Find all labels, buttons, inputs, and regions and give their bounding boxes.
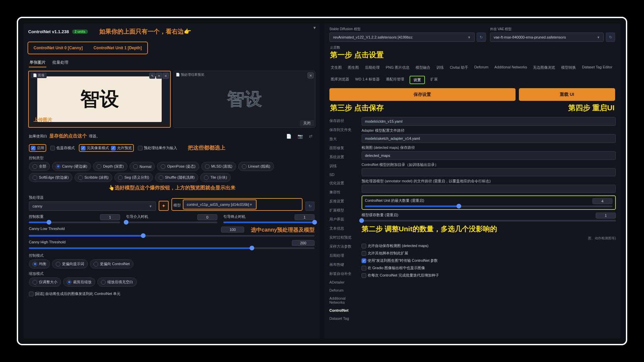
resize-mode-2[interactable]: 缩放后填充空白 — [97, 278, 137, 287]
cfg-cldm-input[interactable]: models\cldm_v15.yaml — [362, 117, 616, 126]
sidebar-18[interactable]: ADetailer — [329, 279, 358, 286]
preview-close-icon[interactable]: ✕ — [308, 72, 314, 78]
nav-extensions[interactable]: 扩展 — [430, 76, 438, 84]
nav-12[interactable]: 图库浏览器 — [330, 76, 350, 84]
cfg-annot-input[interactable] — [362, 185, 616, 193]
sidebar-4[interactable]: 系统设置 — [329, 153, 358, 161]
preprocessor-select[interactable]: canny▼ — [29, 201, 156, 211]
sidebar-12[interactable]: 文本信息 — [329, 225, 358, 232]
reload-ui-button[interactable]: 重载 UI — [519, 88, 615, 101]
control-type-7[interactable]: SoftEdge (软边缘) — [29, 173, 72, 182]
refresh-model-button[interactable]: ↻ — [305, 201, 315, 211]
slider-high-threshold[interactable] — [29, 247, 315, 249]
ctrl-mode-2[interactable]: 更偏向 ControlNet — [90, 259, 133, 268]
cfg-check-0[interactable]: 允许自动保存检测图 (detected maps) — [362, 243, 616, 248]
nav-settings[interactable]: 设置 — [410, 76, 425, 84]
sidebar-15[interactable]: 后期处理 — [329, 252, 358, 259]
sidebar-20[interactable]: Additional Networks — [329, 295, 358, 306]
control-type-8[interactable]: Scribble (涂鸦) — [74, 173, 112, 182]
slider-end[interactable]: 引导终止时机1 — [223, 214, 315, 223]
nav-3[interactable]: PNG 图片信息 — [385, 64, 410, 71]
slider-cache[interactable] — [362, 220, 616, 222]
tab-unit-0[interactable]: ControlNet Unit 0 [Canny] — [30, 44, 87, 52]
nav-2[interactable]: 后期处理 — [364, 64, 380, 71]
control-type-5[interactable]: MLSD (直线) — [201, 162, 236, 171]
sidebar-10[interactable]: 扩展模型 — [329, 206, 358, 214]
nav-5[interactable]: 训练 — [436, 64, 444, 71]
nav-8[interactable]: Additional Networks — [494, 64, 528, 71]
source-image-box[interactable]: 📄 图像 智设 ✎ ✕ ✕ 上传图片 — [28, 71, 171, 128]
control-type-0[interactable]: 全部 — [29, 162, 50, 171]
cfg-check-4[interactable]: 在每次 ControlNet 完成批量迭代后增加种子 — [362, 273, 616, 278]
sidebar-2[interactable]: 放大 — [329, 135, 358, 143]
cfg-detected-input[interactable]: detected_maps — [362, 151, 616, 160]
swap-icon[interactable]: ⇄ — [309, 134, 313, 139]
sidebar-8[interactable]: 兼容性 — [329, 188, 358, 196]
check-allow-preview[interactable]: ✓允许预览 — [111, 145, 132, 150]
control-type-2[interactable]: Depth (深度) — [93, 162, 127, 171]
camera-icon[interactable]: 📷 — [298, 134, 303, 139]
cfg-check-2[interactable]: ✓使用"发送到图生图"时传输 ControlNet 参数 — [362, 258, 616, 263]
sidebar-6[interactable]: SD — [329, 171, 358, 178]
slider-start[interactable]: 引导介入时机0 — [126, 214, 217, 223]
tab-single-image[interactable]: 单张图片 — [29, 58, 46, 67]
ctrl-mode-1[interactable]: 更偏向提示词 — [52, 259, 88, 268]
cfg-check-1[interactable]: 允许其他脚本控制此扩展 — [362, 251, 616, 256]
resize-mode-0[interactable]: 仅调整大小 — [29, 278, 61, 287]
vae-select[interactable]: vae-ft-mse-840000-ema-pruned.safetensors… — [490, 33, 604, 42]
slider-low-threshold[interactable] — [29, 235, 315, 237]
nav-6[interactable]: Civitai 助手 — [449, 64, 469, 71]
control-type-3[interactable]: Normal — [129, 162, 155, 171]
model-select[interactable]: control_v11p_sd15_canny [d14c016b]▼ — [183, 199, 257, 209]
nav-1[interactable]: 图生图 — [347, 64, 360, 71]
tab-batch[interactable]: 批量处理 — [52, 58, 69, 67]
check-loopback[interactable]: [回送] 自动将生成后的图像发送到此 ControlNet 单元 — [29, 291, 315, 296]
sidebar-11[interactable]: 用户界面 — [329, 216, 358, 223]
control-type-9[interactable]: Seg (语义分割) — [114, 173, 153, 182]
cfg-check-3[interactable]: 在 Gradio 图像输出框中也显示图像 — [362, 265, 616, 270]
sidebar-5[interactable]: 训练 — [329, 162, 358, 170]
refresh-sd-button[interactable]: ↻ — [477, 33, 486, 42]
cfg-extra-input[interactable] — [362, 168, 616, 176]
check-as-input[interactable]: 预处理结果作为输入 — [138, 145, 177, 150]
sidebar-0[interactable]: 保存路径 — [329, 117, 358, 125]
cfg-adapter-input[interactable]: models\sketch_adapter_v14.yaml — [362, 134, 616, 143]
check-pixel-perfect[interactable]: ✓完美像素模式 — [81, 145, 109, 150]
nav-13[interactable]: WD 1.4 标签器 — [355, 76, 380, 84]
sidebar-17[interactable]: 标签自动补全 — [329, 270, 358, 278]
nav-10[interactable]: 模型转换 — [560, 64, 577, 71]
nav-0[interactable]: 文生图 — [330, 64, 342, 71]
sidebar-1[interactable]: 保存到文件夹 — [329, 126, 358, 134]
control-type-10[interactable]: Shuffle (随机洗牌) — [155, 173, 198, 182]
sidebar-22[interactable]: Dataset Tag — [329, 315, 358, 322]
sidebar-13[interactable]: 实时过程预览 — [329, 234, 358, 241]
control-type-6[interactable]: Lineart (线稿) — [238, 162, 274, 171]
sidebar-16[interactable]: 画布热键 — [329, 261, 358, 268]
sidebar-14[interactable]: 采样方法参数 — [329, 243, 358, 250]
slider-unit-max[interactable] — [365, 205, 612, 207]
run-preprocessor-button[interactable]: ✦ — [159, 201, 169, 211]
remove-icon[interactable]: ✕ — [163, 73, 169, 79]
check-lowvram[interactable]: 低显存模式 — [50, 145, 75, 150]
clear-icon[interactable]: ✕ — [156, 73, 162, 79]
slider-weight[interactable]: 控制权重1 — [29, 214, 120, 223]
nav-9[interactable]: 无边图像浏览 — [532, 64, 556, 71]
control-type-1[interactable]: Canny (硬边缘) — [52, 162, 91, 171]
scroll-icon[interactable]: 📄 — [286, 134, 291, 139]
save-settings-button[interactable]: 保存设置 — [329, 88, 516, 101]
sidebar-9[interactable]: 反推设置 — [329, 197, 358, 205]
check-enable[interactable]: ✓启用 — [31, 145, 44, 150]
nav-7[interactable]: Deforum — [474, 64, 489, 71]
collapse-icon[interactable]: ▼ — [313, 25, 317, 30]
tab-unit-1[interactable]: ControlNet Unit 1 [Depth] — [90, 44, 146, 52]
nav-4[interactable]: 模型融合 — [415, 64, 431, 71]
control-type-4[interactable]: OpenPose (姿态) — [157, 162, 199, 171]
resize-mode-1[interactable]: 裁剪后缩放 — [63, 278, 95, 287]
nav-11[interactable]: Dataset Tag Editor — [581, 64, 613, 71]
refresh-vae-button[interactable]: ↻ — [606, 33, 615, 42]
sidebar-21[interactable]: ControlNet — [329, 307, 358, 314]
nav-14[interactable]: 通配符管理 — [385, 76, 405, 84]
edit-icon[interactable]: ✎ — [149, 73, 155, 79]
close-button[interactable]: 关闭 — [300, 120, 314, 126]
sd-model-select[interactable]: revAnimated_v122_V1.2.2.safetensors [419… — [329, 33, 475, 42]
